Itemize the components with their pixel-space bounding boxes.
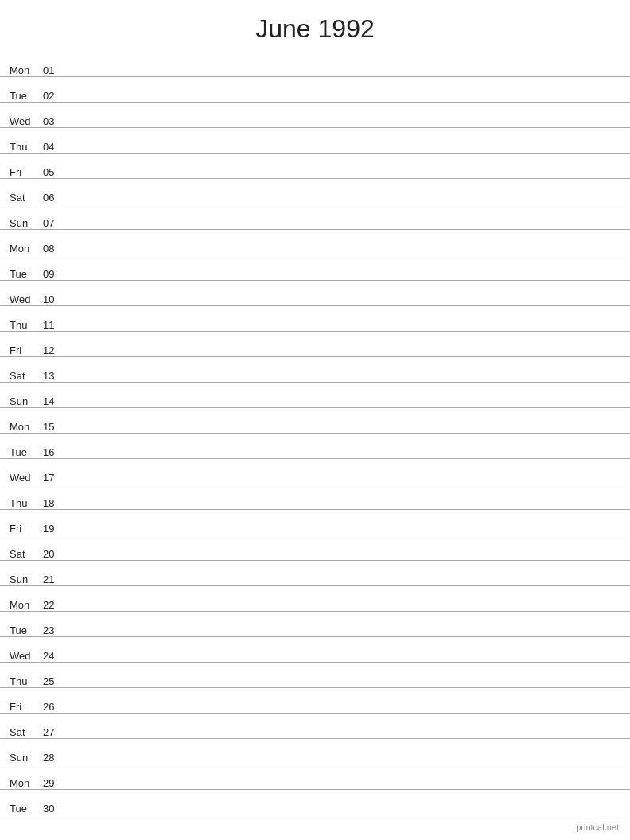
day-name: Thu <box>10 319 40 331</box>
day-number: 07 <box>43 217 65 229</box>
day-name: Thu <box>10 497 40 509</box>
day-line <box>65 123 620 124</box>
day-number: 20 <box>43 548 65 560</box>
day-number: 17 <box>43 472 65 484</box>
calendar-row: Thu04 <box>0 128 630 154</box>
calendar-row: Wed24 <box>0 637 630 663</box>
calendar-row: Sun14 <box>0 383 630 408</box>
day-name: Tue <box>10 268 40 280</box>
calendar-row: Tue02 <box>0 77 630 103</box>
calendar-row: Wed10 <box>0 281 630 306</box>
calendar-row: Wed03 <box>0 103 630 128</box>
calendar-row: Sat06 <box>0 179 630 204</box>
calendar-row: Tue23 <box>0 612 630 637</box>
day-name: Fri <box>10 166 40 178</box>
day-name: Wed <box>10 115 40 127</box>
day-number: 22 <box>43 599 65 611</box>
day-name: Sun <box>10 217 40 229</box>
day-number: 13 <box>43 370 65 382</box>
day-name: Mon <box>10 243 40 255</box>
day-name: Thu <box>10 675 40 687</box>
day-name: Mon <box>10 777 40 789</box>
day-line <box>65 531 620 531</box>
day-line <box>65 785 620 786</box>
day-number: 27 <box>43 726 65 738</box>
day-line <box>65 251 620 251</box>
calendar-container: Mon01Tue02Wed03Thu04Fri05Sat06Sun07Mon08… <box>0 52 630 815</box>
day-name: Fri <box>10 523 40 535</box>
day-name: Mon <box>10 421 40 433</box>
page-title: June 1992 <box>0 0 630 52</box>
day-number: 02 <box>43 90 65 102</box>
day-name: Thu <box>10 141 40 153</box>
day-line <box>65 811 620 811</box>
calendar-row: Tue09 <box>0 255 630 281</box>
calendar-row: Tue30 <box>0 790 630 815</box>
calendar-row: Wed17 <box>0 459 630 484</box>
calendar-row: Sun28 <box>0 739 630 764</box>
day-line <box>65 301 620 302</box>
day-number: 11 <box>43 319 65 331</box>
day-number: 23 <box>43 624 65 636</box>
day-line <box>65 556 620 557</box>
day-number: 03 <box>43 115 65 127</box>
day-number: 06 <box>43 192 65 204</box>
day-line <box>65 581 620 582</box>
calendar-row: Fri12 <box>0 332 630 357</box>
day-number: 14 <box>43 395 65 407</box>
calendar-row: Mon01 <box>0 52 630 77</box>
day-number: 30 <box>43 803 65 815</box>
day-name: Sat <box>10 192 40 204</box>
day-number: 16 <box>43 446 65 458</box>
calendar-row: Sun21 <box>0 561 630 586</box>
calendar-row: Thu11 <box>0 306 630 332</box>
day-line <box>65 378 620 379</box>
day-name: Wed <box>10 650 40 662</box>
day-name: Tue <box>10 446 40 458</box>
day-line <box>65 429 620 430</box>
day-line <box>65 352 620 353</box>
day-number: 19 <box>43 523 65 535</box>
day-line <box>65 149 620 150</box>
day-name: Fri <box>10 701 40 713</box>
day-number: 29 <box>43 777 65 789</box>
day-name: Tue <box>10 624 40 636</box>
day-number: 05 <box>43 166 65 178</box>
calendar-row: Sat13 <box>0 357 630 383</box>
calendar-row: Sun07 <box>0 204 630 230</box>
day-name: Mon <box>10 599 40 611</box>
day-number: 28 <box>43 752 65 764</box>
day-name: Tue <box>10 803 40 815</box>
day-line <box>65 276 620 277</box>
day-line <box>65 72 620 73</box>
day-name: Sat <box>10 370 40 382</box>
day-name: Wed <box>10 294 40 305</box>
day-line <box>65 454 620 455</box>
calendar-row: Thu25 <box>0 663 630 688</box>
calendar-row: Sat20 <box>0 535 630 561</box>
day-name: Sun <box>10 395 40 407</box>
day-name: Sun <box>10 574 40 585</box>
day-line <box>65 709 620 710</box>
day-name: Wed <box>10 472 40 484</box>
calendar-row: Fri26 <box>0 688 630 714</box>
day-name: Tue <box>10 90 40 102</box>
day-name: Sun <box>10 752 40 764</box>
day-number: 01 <box>43 64 65 76</box>
day-line <box>65 505 620 506</box>
day-line <box>65 632 620 633</box>
day-line <box>65 658 620 659</box>
day-line <box>65 480 620 480</box>
day-line <box>65 734 620 735</box>
day-number: 26 <box>43 701 65 713</box>
day-name: Sat <box>10 548 40 560</box>
day-name: Fri <box>10 344 40 356</box>
footer-credit: printcal.net <box>576 822 619 832</box>
calendar-row: Tue16 <box>0 434 630 459</box>
calendar-row: Mon08 <box>0 230 630 255</box>
day-number: 18 <box>43 497 65 509</box>
day-number: 04 <box>43 141 65 153</box>
day-number: 15 <box>43 421 65 433</box>
calendar-row: Mon29 <box>0 764 630 790</box>
calendar-row: Fri05 <box>0 154 630 179</box>
